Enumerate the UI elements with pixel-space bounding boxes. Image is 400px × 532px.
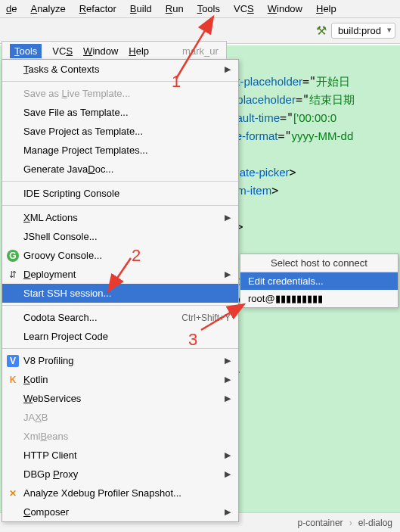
menu-item-learn-project-code[interactable]: Learn Project Code	[2, 327, 238, 346]
menu-item-kotlin[interactable]: KKotlin▶	[2, 370, 238, 389]
submenu-arrow-icon: ▶	[225, 450, 231, 460]
menu-item-label: HTTP Client	[23, 450, 77, 461]
menu-item-groovy-console[interactable]: GGroovy Console...	[2, 246, 238, 265]
submenu-header: Select host to connect	[240, 254, 398, 272]
menu-item-tasks-contexts[interactable]: Tasks & Contexts▶	[2, 60, 238, 79]
menu-item-jaxb: JAXB	[2, 408, 238, 427]
menu-de[interactable]: de	[6, 3, 17, 14]
menu-item-label: Generate JavaDoc...	[23, 163, 113, 175]
menu-item-webservices[interactable]: WebServices▶	[2, 389, 238, 408]
menu-item-label: Learn Project Code	[23, 331, 108, 342]
menu-item-label: Kotlin	[23, 374, 48, 385]
mark-text: mark_ur	[182, 45, 219, 57]
ssh-host-item[interactable]: Edit credentials...	[240, 272, 398, 290]
run-config-selector[interactable]: build:prod	[331, 23, 395, 39]
ic-green-icon: G	[7, 250, 19, 262]
menu-item-dbgp-proxy[interactable]: DBGp Proxy▶	[2, 465, 238, 484]
secmenu-vcs[interactable]: VCS	[52, 45, 73, 57]
ic-deploy-icon: ⇵	[7, 269, 19, 281]
menu-refactor[interactable]: Refactor	[79, 3, 116, 14]
menu-tools[interactable]: Tools	[197, 3, 220, 14]
ssh-host-item[interactable]: root@▮▮▮▮▮▮▮▮▮	[240, 290, 398, 307]
menu-item-label: IDE Scripting Console	[23, 188, 119, 199]
secmenu-help[interactable]: Help	[129, 45, 149, 57]
menu-item-save-as-live-template: Save as Live Template...	[2, 84, 238, 103]
secondary-menubar: ToolsVCSWindowHelpmark_ur	[2, 41, 227, 61]
menu-item-label: Save as Live Template...	[23, 88, 130, 99]
menu-run[interactable]: Run	[166, 3, 184, 14]
menu-item-start-ssh-session[interactable]: Start SSH session...	[2, 284, 238, 303]
submenu-arrow-icon: ▶	[225, 507, 231, 517]
ic-kotlin-icon: K	[7, 374, 19, 386]
menu-item-label: DBGp Proxy	[23, 468, 78, 480]
submenu-arrow-icon: ▶	[225, 356, 231, 366]
menu-item-label: JAXB	[23, 412, 48, 423]
shortcut-text: Ctrl+Shift+Y	[181, 313, 231, 323]
tools-dropdown-menu: Tasks & Contexts▶Save as Live Template..…	[2, 59, 239, 522]
menu-item-save-project-as-template[interactable]: Save Project as Template...	[2, 122, 238, 141]
menu-item-label: Deployment	[23, 269, 76, 280]
menu-item-ide-scripting-console[interactable]: IDE Scripting Console	[2, 184, 238, 203]
menu-item-label: XML Actions	[23, 212, 78, 223]
menu-item-label: Tasks & Contexts	[23, 64, 99, 75]
secmenu-window[interactable]: Window	[83, 45, 118, 57]
menu-item-analyze-xdebug-profiler-snapshot[interactable]: ✕Analyze Xdebug Profiler Snapshot...	[2, 484, 238, 502]
menu-analyze[interactable]: Analyze	[30, 3, 65, 14]
menu-item-label: V8 Profiling	[23, 355, 73, 366]
menu-item-label: Save Project as Template...	[23, 126, 143, 137]
menu-item-label: Composer	[23, 506, 69, 518]
menu-item-label: Manage Project Templates...	[23, 145, 148, 156]
toolbar: ⚒ build:prod	[0, 18, 400, 44]
menu-item-label: JShell Console...	[23, 231, 98, 242]
breadcrumb-item[interactable]: p-container	[298, 518, 343, 528]
ic-v8-icon: V	[7, 355, 19, 367]
menu-item-save-file-as-template[interactable]: Save File as Template...	[2, 103, 238, 122]
secmenu-tools[interactable]: Tools	[10, 44, 42, 58]
menu-item-http-client[interactable]: HTTP Client▶	[2, 446, 238, 465]
menu-item-codota-search[interactable]: Codota Search...Ctrl+Shift+Y	[2, 308, 238, 327]
menu-vcs[interactable]: VCS	[234, 3, 254, 14]
menu-item-label: XmlBeans	[23, 431, 68, 442]
submenu-arrow-icon: ▶	[225, 469, 231, 479]
submenu-arrow-icon: ▶	[225, 269, 231, 279]
menu-build[interactable]: Build	[130, 3, 152, 14]
menu-item-xml-actions[interactable]: XML Actions▶	[2, 208, 238, 227]
menu-item-v8-profiling[interactable]: VV8 Profiling▶	[2, 351, 238, 370]
submenu-arrow-icon: ▶	[225, 375, 231, 384]
menu-item-label: Analyze Xdebug Profiler Snapshot...	[23, 487, 181, 499]
menu-item-label: WebServices	[23, 393, 81, 404]
ic-x-icon: ✕	[7, 487, 19, 499]
submenu-arrow-icon: ▶	[225, 213, 231, 222]
menu-item-label: Save File as Template...	[23, 107, 129, 118]
menu-item-label: Groovy Console...	[23, 250, 102, 261]
breadcrumb-item[interactable]: el-dialog	[358, 518, 392, 528]
main-menubar: deAnalyzeRefactorBuildRunToolsVCSWindowH…	[0, 0, 400, 18]
menu-item-composer[interactable]: Composer▶	[2, 502, 238, 521]
menu-item-xmlbeans: XmlBeans	[2, 427, 238, 446]
menu-item-manage-project-templates[interactable]: Manage Project Templates...	[2, 141, 238, 160]
menu-item-deployment[interactable]: ⇵Deployment▶	[2, 265, 238, 284]
submenu-arrow-icon: ▶	[225, 64, 231, 74]
menu-help[interactable]: Help	[316, 3, 336, 14]
submenu-arrow-icon: ▶	[225, 394, 231, 403]
menu-item-label: Codota Search...	[23, 312, 98, 323]
build-icon[interactable]: ⚒	[316, 23, 327, 38]
menu-item-jshell-console[interactable]: JShell Console...	[2, 227, 238, 246]
ssh-host-submenu: Select host to connectEdit credentials..…	[240, 254, 398, 308]
menu-item-generate-javadoc[interactable]: Generate JavaDoc...	[2, 160, 238, 179]
menu-item-label: Start SSH session...	[23, 288, 111, 299]
menu-window[interactable]: Window	[268, 3, 302, 14]
